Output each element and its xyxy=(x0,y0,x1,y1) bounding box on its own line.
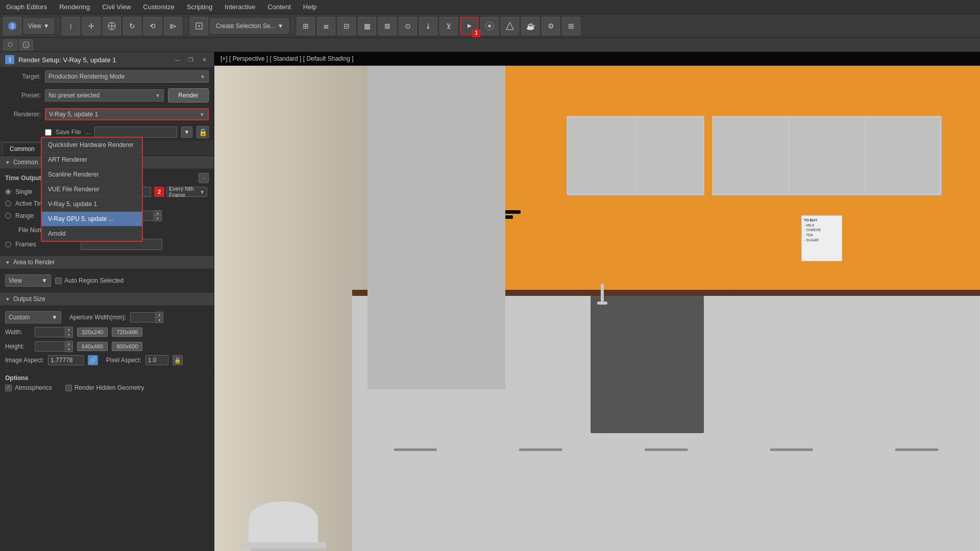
height-input[interactable]: 1080 xyxy=(35,341,65,352)
mirror-btn[interactable]: ⧐ xyxy=(164,17,182,35)
savefile-checkbox[interactable] xyxy=(45,129,52,136)
renderer-option-quicksilver[interactable]: Quicksilver Hardware Renderer xyxy=(42,138,142,153)
aperture-up[interactable]: ▲ xyxy=(156,312,163,317)
menu-graph-editors[interactable]: Graph Editors xyxy=(0,1,53,13)
aperture-input[interactable]: 36.0 xyxy=(130,312,156,322)
preset-label: Preset: xyxy=(5,92,41,99)
preset-row: Preset: No preset selected ▼ Render xyxy=(0,86,214,106)
preset-dropdown[interactable]: No preset selected ▼ xyxy=(45,89,164,102)
auto-region-label: Auto Region Selected xyxy=(64,277,124,284)
img-aspect-input[interactable] xyxy=(48,355,84,365)
menu-civil-view[interactable]: Civil View xyxy=(96,1,137,13)
link-aspect-btn[interactable]: 🔗 xyxy=(88,355,98,365)
grid-btn[interactable]: ⊞ xyxy=(562,17,580,35)
aspect-row: Image Aspect: 🔗 Pixel Aspect: 🔒 xyxy=(5,354,209,367)
viewport-content: TO BUY - MILK- CHEESE- TEA- SUGAR xyxy=(214,66,980,551)
menu-scripting[interactable]: Scripting xyxy=(181,1,219,13)
width-input[interactable]: 1920 xyxy=(35,327,65,337)
pixel-aspect-input[interactable] xyxy=(145,355,168,365)
render4-btn[interactable]: ☕ xyxy=(521,17,540,35)
time-output-collapse-btn[interactable]: − xyxy=(199,173,209,183)
tool5-btn[interactable]: ⊠ xyxy=(378,17,397,35)
range-to-up[interactable]: ▲ xyxy=(154,211,161,216)
renderer-option-vue[interactable]: VUE File Renderer xyxy=(42,182,142,197)
output-path-dropdown[interactable]: ▼ xyxy=(181,127,192,138)
move-btn[interactable]: ↕ xyxy=(62,17,80,35)
tool1-btn[interactable]: ⊞ xyxy=(297,17,315,35)
app-icon-btn[interactable]: 3 xyxy=(3,17,21,35)
tool6-btn[interactable]: ⊙ xyxy=(399,17,417,35)
tool8-btn[interactable]: ⊻ xyxy=(439,17,458,35)
tool3-btn[interactable]: ⊟ xyxy=(337,17,356,35)
single-radio[interactable] xyxy=(5,189,11,195)
frames-radio[interactable] xyxy=(5,241,11,247)
active-seg-radio[interactable] xyxy=(5,201,11,207)
output-custom-dropdown[interactable]: Custom ▼ xyxy=(5,311,61,323)
width-up[interactable]: ▲ xyxy=(65,327,72,332)
tool2-btn[interactable]: ≣ xyxy=(317,17,335,35)
tool7-btn[interactable]: ⤓ xyxy=(419,17,437,35)
renderer-option-art[interactable]: ART Renderer xyxy=(42,153,142,167)
render2-btn[interactable] xyxy=(480,17,499,35)
select-btn[interactable]: ✛ xyxy=(82,17,101,35)
renderer-option-vray5[interactable]: V-Ray 5, update 1 xyxy=(42,197,142,212)
rotate-btn[interactable]: ↻ xyxy=(123,17,141,35)
panel-minimize-btn[interactable]: — xyxy=(173,55,182,64)
snap-btn[interactable] xyxy=(190,17,208,35)
upper-cabinets-right xyxy=(712,116,942,195)
menu-content[interactable]: Content xyxy=(261,1,297,13)
size-320x240-btn[interactable]: 320x240 xyxy=(77,328,108,337)
handle-4 xyxy=(770,448,813,451)
area-render-header[interactable]: ▼ Area to Render xyxy=(0,256,214,269)
area-dropdown[interactable]: View ▼ xyxy=(5,274,51,287)
aperture-down[interactable]: ▼ xyxy=(156,317,163,322)
size-720x486-btn[interactable]: 720x486 xyxy=(112,328,142,337)
renderer-option-arnold[interactable]: Arnold xyxy=(42,227,142,241)
create-selection-btn[interactable]: Create Selection Se... ▼ xyxy=(210,18,289,34)
viewport-area[interactable]: [+] [ Perspective ] [ Standard ] [ Defau… xyxy=(214,52,980,551)
every-nth-dropdown[interactable]: Every Nth Frame ▼ xyxy=(166,187,207,197)
sub-btn1[interactable]: ⬡ xyxy=(3,39,17,51)
width-down[interactable]: ▼ xyxy=(65,332,72,337)
panel-restore-btn[interactable]: ❐ xyxy=(186,55,195,64)
size-800x600-btn[interactable]: 800x600 xyxy=(112,342,142,351)
target-dropdown[interactable]: Production Rendering Mode ▼ xyxy=(45,70,209,83)
svg-marker-9 xyxy=(506,22,513,30)
renderer-option-vraygpu[interactable]: V-Ray GPU 5, update ... xyxy=(42,212,142,227)
range-radio[interactable] xyxy=(5,213,11,219)
output-size-header[interactable]: ▼ Output Size xyxy=(0,293,214,306)
tool4-btn[interactable]: ▦ xyxy=(358,17,376,35)
sub-btn2[interactable]: S xyxy=(19,39,33,51)
chair-seat xyxy=(240,542,326,548)
savefile-dots-btn[interactable]: ... xyxy=(85,129,90,136)
separator3 xyxy=(292,18,293,34)
menu-customize[interactable]: Customize xyxy=(137,1,180,13)
height-down[interactable]: ▼ xyxy=(65,346,72,352)
transform-btn[interactable] xyxy=(103,17,121,35)
menu-interactive[interactable]: Interactive xyxy=(218,1,261,13)
renderer-option-scanline[interactable]: Scanline Renderer xyxy=(42,167,142,182)
lock-btn[interactable]: 🔒 xyxy=(197,126,209,138)
tab-common[interactable]: Common xyxy=(2,142,42,156)
range-to-down[interactable]: ▼ xyxy=(154,216,161,221)
output-size-arrow: ▼ xyxy=(5,296,10,302)
size-640x480-btn[interactable]: 640x480 xyxy=(77,342,108,351)
faucet-area xyxy=(597,284,607,305)
output-size-title: Output Size xyxy=(13,295,45,303)
auto-region-checkbox[interactable] xyxy=(55,278,62,284)
render3-btn[interactable] xyxy=(501,17,519,35)
menu-help[interactable]: Help xyxy=(297,1,323,13)
pixel-aspect-lock[interactable]: 🔒 xyxy=(173,355,183,365)
view-dropdown[interactable]: View ▼ xyxy=(23,18,54,34)
handle-2 xyxy=(519,448,562,451)
renderer-dropdown[interactable]: V-Ray 5, update 1 ▼ xyxy=(45,108,209,120)
render-hidden-checkbox[interactable] xyxy=(65,385,72,391)
render-button[interactable]: Render xyxy=(168,88,209,103)
render5-btn[interactable]: ⚙ xyxy=(542,17,560,35)
height-up[interactable]: ▲ xyxy=(65,341,72,346)
panel-close-btn[interactable]: ✕ xyxy=(200,55,209,64)
atmospherics-checkbox[interactable] xyxy=(5,385,12,391)
scale-btn[interactable]: ⟲ xyxy=(143,17,162,35)
renderer-value: V-Ray 5, update 1 xyxy=(49,111,98,118)
menu-rendering[interactable]: Rendering xyxy=(53,1,96,13)
